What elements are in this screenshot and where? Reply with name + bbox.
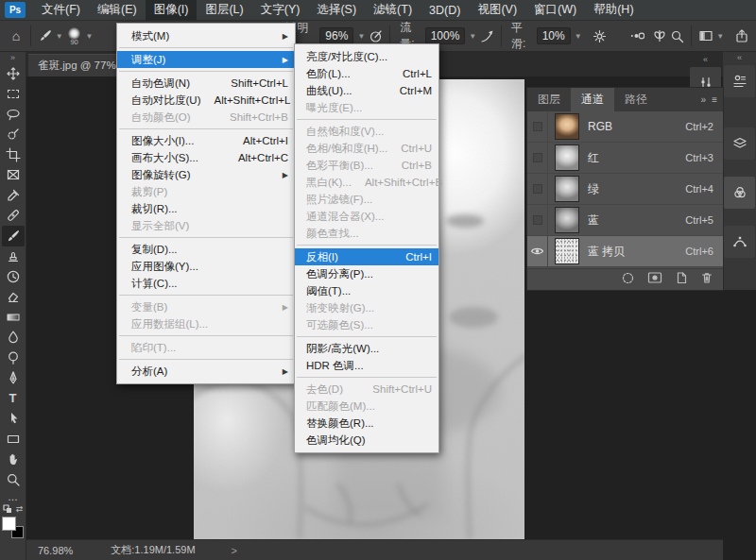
brush-size-preview[interactable]: 90 <box>65 25 84 46</box>
visibility-toggle[interactable] <box>527 174 548 205</box>
zoom-tool[interactable] <box>2 469 25 490</box>
blur-tool[interactable] <box>2 328 25 348</box>
submenu-item-invert[interactable]: 反相(I)Ctrl+I <box>295 248 438 265</box>
menu-item-adjustments[interactable]: 调整(J)▶ <box>117 51 295 68</box>
eyedropper-tool[interactable] <box>2 185 25 206</box>
channel-row-green[interactable]: 绿Ctrl+4 <box>527 174 723 205</box>
submenu-item-levels[interactable]: 色阶(L)...Ctrl+L <box>295 65 438 82</box>
menubar-item-filter[interactable]: 滤镜(T) <box>365 0 421 21</box>
clone-stamp-tool[interactable] <box>2 246 25 267</box>
edit-toolbar-ellipsis-icon[interactable]: … <box>2 490 25 503</box>
paths-panel-icon[interactable] <box>724 226 755 258</box>
opacity-value[interactable]: 96% <box>319 27 353 44</box>
visibility-eye-icon[interactable] <box>527 236 548 267</box>
chevron-down-icon[interactable]: ▼ <box>56 32 63 41</box>
type-tool[interactable]: T <box>2 388 25 409</box>
menu-item-apply-image[interactable]: 应用图像(Y)... <box>117 258 295 275</box>
chevron-down-icon[interactable]: ▼ <box>85 32 93 41</box>
color-swatches[interactable] <box>2 517 25 539</box>
collapse-panels-icon[interactable]: « <box>690 54 721 66</box>
share-icon[interactable] <box>733 26 750 45</box>
menu-item-mode[interactable]: 模式(M)▶ <box>117 27 295 44</box>
load-selection-icon[interactable] <box>621 271 635 289</box>
libraries-panel-icon[interactable] <box>724 65 755 97</box>
swap-colors-icon[interactable]: ⇄ <box>16 504 24 514</box>
default-colors-icon[interactable] <box>3 504 12 514</box>
frame-tool[interactable] <box>2 165 25 186</box>
flow-value[interactable]: 100% <box>425 27 466 44</box>
size-pressure-icon[interactable] <box>629 26 646 45</box>
search-icon[interactable] <box>668 26 685 45</box>
crop-tool[interactable] <box>2 144 25 165</box>
channel-row-red[interactable]: 红Ctrl+3 <box>527 143 723 174</box>
paint-symmetry-butterfly-icon[interactable] <box>651 26 668 45</box>
opacity-pressure-icon[interactable] <box>367 26 384 45</box>
menubar-item-help[interactable]: 帮助(H) <box>585 0 642 21</box>
menu-item-analysis[interactable]: 分析(A)▶ <box>117 363 295 380</box>
submenu-item-hdr-toning[interactable]: HDR 色调... <box>295 357 438 374</box>
home-icon[interactable]: ⌂ <box>8 26 25 45</box>
submenu-item-shadows-highlights[interactable]: 阴影/高光(W)... <box>295 340 438 357</box>
panel-tab-layers[interactable]: 图层 <box>527 88 571 111</box>
menu-item-image-rotation[interactable]: 图像旋转(G)▶ <box>117 166 295 183</box>
menubar-item-3d[interactable]: 3D(D) <box>421 0 469 21</box>
channel-row-blue-copy[interactable]: 蓝 拷贝Ctrl+6 <box>527 236 723 267</box>
status-zoom-level[interactable]: 76.98% <box>38 545 73 556</box>
channels-panel-icon[interactable] <box>724 177 755 209</box>
delete-channel-trash-icon[interactable] <box>700 271 713 288</box>
collapse-panels-icon[interactable]: « <box>723 52 756 64</box>
menu-item-auto-contrast[interactable]: 自动对比度(U)Alt+Shift+Ctrl+L <box>117 92 295 109</box>
eraser-tool[interactable] <box>2 287 25 308</box>
visibility-toggle[interactable] <box>527 143 548 174</box>
menubar-item-select[interactable]: 选择(S) <box>308 0 365 21</box>
quick-selection-tool[interactable] <box>2 125 25 145</box>
double-arrow-icon[interactable]: » <box>701 94 707 105</box>
menu-item-duplicate[interactable]: 复制(D)... <box>117 241 295 258</box>
spot-healing-brush-tool[interactable] <box>2 206 25 227</box>
pen-tool[interactable] <box>2 368 25 389</box>
status-options-chevron-icon[interactable]: > <box>232 545 237 556</box>
menubar-item-image[interactable]: 图像(I) <box>146 0 198 21</box>
rectangle-tool[interactable] <box>2 429 25 450</box>
layers-panel-icon[interactable] <box>724 127 755 160</box>
path-selection-tool[interactable] <box>2 409 25 430</box>
chevron-down-icon[interactable]: ▼ <box>716 32 724 41</box>
chevron-down-icon[interactable]: ▼ <box>357 32 365 41</box>
history-brush-tool[interactable] <box>2 266 25 287</box>
menubar-item-window[interactable]: 窗口(W) <box>525 0 585 21</box>
workspace-panel-icon[interactable] <box>697 26 714 45</box>
menubar-item-file[interactable]: 文件(F) <box>33 0 89 21</box>
smoothing-options-gear-icon[interactable] <box>592 26 609 45</box>
panel-tab-channels[interactable]: 通道 <box>571 88 614 111</box>
foreground-color-swatch[interactable] <box>2 517 16 531</box>
dodge-tool[interactable] <box>2 348 25 368</box>
menu-item-calculations[interactable]: 计算(C)... <box>117 275 295 292</box>
new-channel-icon[interactable] <box>675 271 688 288</box>
move-tool[interactable] <box>2 63 25 84</box>
menubar-item-edit[interactable]: 编辑(E) <box>89 0 146 21</box>
brush-tool[interactable] <box>2 226 25 246</box>
brush-tool-preset-icon[interactable] <box>37 26 54 45</box>
gradient-tool[interactable] <box>2 307 25 328</box>
menu-item-image-size[interactable]: 图像大小(I)...Alt+Ctrl+I <box>117 132 295 149</box>
lasso-tool[interactable] <box>2 104 25 125</box>
save-selection-as-channel-icon[interactable] <box>647 271 662 288</box>
visibility-toggle[interactable] <box>527 205 548 236</box>
panel-menu-icon[interactable]: ≡ <box>712 94 717 105</box>
menu-item-auto-tone[interactable]: 自动色调(N)Shift+Ctrl+L <box>117 75 295 92</box>
visibility-toggle[interactable] <box>527 111 548 143</box>
submenu-item-threshold[interactable]: 阈值(T)... <box>295 282 438 299</box>
submenu-item-posterize[interactable]: 色调分离(P)... <box>295 265 438 282</box>
submenu-item-equalize[interactable]: 色调均化(Q) <box>295 432 438 449</box>
collapse-toolbar-icon[interactable]: » <box>10 52 15 63</box>
chevron-down-icon[interactable]: ▼ <box>469 32 476 41</box>
menubar-item-view[interactable]: 视图(V) <box>469 0 525 21</box>
airbrush-icon[interactable] <box>478 26 495 45</box>
channel-row-rgb[interactable]: RGBCtrl+2 <box>527 111 723 143</box>
submenu-item-brightness-contrast[interactable]: 亮度/对比度(C)... <box>295 48 438 65</box>
menu-item-trim[interactable]: 裁切(R)... <box>117 200 295 217</box>
rectangular-marquee-tool[interactable] <box>2 84 25 105</box>
channel-row-blue[interactable]: 蓝Ctrl+5 <box>527 205 723 236</box>
chevron-down-icon[interactable]: ▼ <box>575 32 582 41</box>
submenu-item-curves[interactable]: 曲线(U)...Ctrl+M <box>295 82 438 99</box>
